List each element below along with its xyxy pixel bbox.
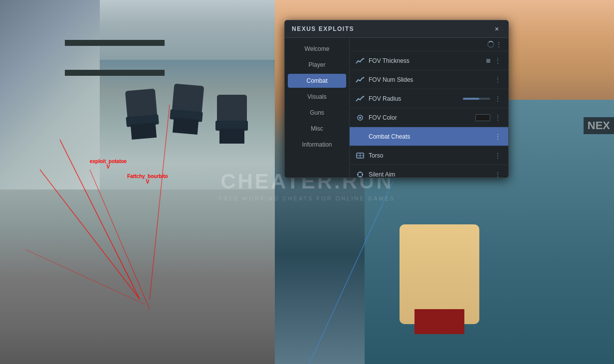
- panel-nav: Welcome Player Combat Visuals Guns Misc …: [285, 38, 350, 178]
- nav-item-player[interactable]: Player: [285, 57, 349, 73]
- nav-item-visuals[interactable]: Visuals: [285, 89, 349, 105]
- torso-menu[interactable]: ⋮: [493, 152, 502, 159]
- torso-label: Torso: [369, 152, 489, 159]
- loading-spinner: [487, 41, 494, 48]
- panel-header: NEXUS EXPLOITS ×: [285, 20, 508, 38]
- fov-radius-menu[interactable]: ⋮: [493, 95, 502, 102]
- chart-icon-fov-thickness: [356, 57, 365, 64]
- row-fov-thickness[interactable]: FOV Thickness ⋮: [350, 51, 508, 70]
- nav-item-misc[interactable]: Misc: [285, 121, 349, 137]
- fov-slides-menu[interactable]: ⋮: [493, 76, 502, 83]
- nexus-panel: NEXUS EXPLOITS × Welcome Player Combat V…: [284, 20, 509, 178]
- row-fov-color[interactable]: FOV Color ⋮: [350, 108, 508, 127]
- fov-color-label: FOV Color: [369, 114, 471, 121]
- nex-partial-text: NEX: [584, 117, 614, 134]
- row-fov-num-slides[interactable]: FOV Num Slides ⋮: [350, 70, 508, 89]
- fov-thickness-label: FOV Thickness: [369, 57, 482, 64]
- room-scene: exploit_potatoe V Fattchy_bourbito V: [0, 0, 279, 364]
- nav-item-information[interactable]: Information: [285, 137, 349, 153]
- fov-thickness-control: ⋮: [486, 57, 502, 64]
- fov-num-slides-label: FOV Num Slides: [369, 76, 489, 83]
- toggle-square[interactable]: [486, 59, 490, 63]
- shelf-1: [65, 40, 165, 46]
- panel-content: ⋮ FOV Thickness ⋮: [350, 38, 508, 178]
- row-fov-radius[interactable]: FOV Radius ⋮: [350, 89, 508, 108]
- silent-aim-menu[interactable]: ⋮: [493, 171, 502, 178]
- nav-item-combat[interactable]: Combat: [288, 74, 346, 88]
- fov-radius-control: ⋮: [463, 95, 502, 102]
- nav-item-welcome[interactable]: Welcome: [285, 41, 349, 57]
- fov-radius-label: FOV Radius: [369, 95, 459, 102]
- spinner-menu-dots[interactable]: ⋮: [494, 41, 503, 48]
- silent-aim-control: ⋮: [493, 171, 502, 178]
- player-label-2: Fattchy_bourbito V: [127, 174, 168, 184]
- combat-cheats-label: Combat Cheats: [369, 133, 489, 140]
- chair-2: [168, 83, 206, 136]
- row-torso[interactable]: Torso ⋮: [350, 146, 508, 165]
- combat-cheats-control: ⋮: [493, 133, 502, 140]
- aim-icon-silent-aim: [356, 171, 365, 178]
- chair-1: [123, 88, 162, 141]
- close-button[interactable]: ×: [492, 24, 501, 33]
- fov-thickness-menu[interactable]: ⋮: [493, 57, 502, 64]
- fov-slides-control: ⋮: [493, 76, 502, 83]
- torso-control: ⋮: [493, 152, 502, 159]
- silent-aim-label: Silent Aim: [369, 171, 489, 178]
- combat-cheats-icon: [356, 133, 365, 140]
- panel-title: NEXUS EXPLOITS: [292, 25, 354, 32]
- fov-color-menu[interactable]: ⋮: [493, 114, 502, 121]
- color-swatch[interactable]: [475, 114, 490, 121]
- shelf-2: [65, 70, 165, 76]
- fov-radius-slider[interactable]: [463, 98, 490, 100]
- fov-color-control: ⋮: [475, 114, 502, 121]
- target-icon-torso: [356, 152, 365, 159]
- combat-cheats-menu[interactable]: ⋮: [493, 133, 502, 140]
- room-floor: [0, 189, 279, 364]
- nav-item-guns[interactable]: Guns: [285, 105, 349, 121]
- palette-icon-fov-color: [356, 114, 365, 121]
- player-label-1: exploit_potatoe V: [90, 159, 127, 170]
- panel-body: Welcome Player Combat Visuals Guns Misc …: [285, 38, 508, 178]
- character-legs: [414, 309, 464, 334]
- svg-point-7: [359, 117, 361, 119]
- room-wall: [0, 0, 100, 199]
- loading-spinner-row: ⋮: [350, 38, 508, 51]
- row-combat-cheats[interactable]: Combat Cheats ⋮: [350, 127, 508, 146]
- chair-3: [214, 95, 249, 145]
- chart-icon-fov-radius: [356, 95, 365, 102]
- row-silent-aim[interactable]: Silent Aim ⋮: [350, 165, 508, 178]
- chart-icon-fov-slides: [356, 76, 365, 83]
